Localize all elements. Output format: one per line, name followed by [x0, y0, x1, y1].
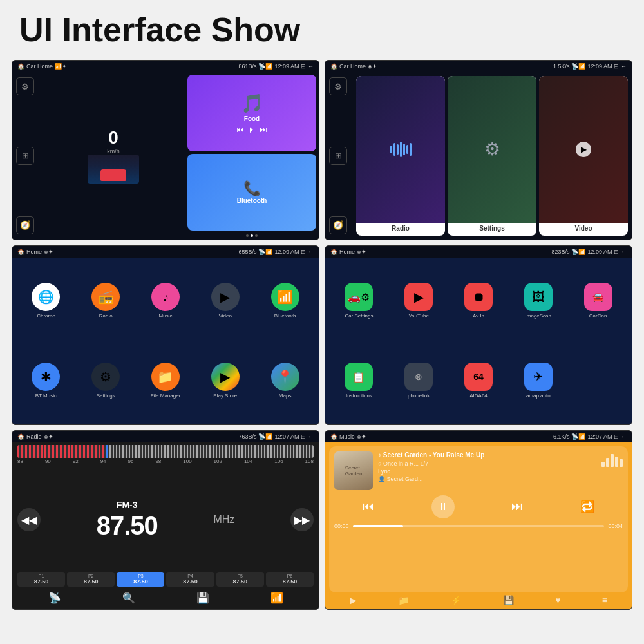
- music-heart-icon[interactable]: ♥: [555, 595, 560, 605]
- music-eq-icon[interactable]: ≡: [602, 595, 607, 605]
- status-app-name-2: Car Home: [339, 63, 366, 70]
- settings-icon-s2[interactable]: ⚙: [329, 77, 347, 95]
- app-av-in[interactable]: ⏺ Av In: [450, 263, 507, 340]
- music-controls: ⏮ ⏵ ⏭: [236, 125, 267, 134]
- video-label: Video: [219, 313, 232, 319]
- home-icon-2: 🏠: [330, 63, 337, 70]
- mc-next[interactable]: ⏭: [511, 500, 523, 513]
- nav-icon-s2[interactable]: 🧭: [329, 216, 347, 234]
- app-image-scan[interactable]: 🖼 ImageScan: [509, 263, 567, 340]
- next-btn[interactable]: ⏭: [260, 125, 267, 134]
- app-music[interactable]: ♪ Music: [137, 263, 194, 340]
- media-cards-grid: Radio ⚙ Settings ▶ Video: [355, 75, 629, 236]
- app-radio[interactable]: 📻 Radio: [77, 263, 135, 340]
- app-carcan[interactable]: 🚘 CarCan: [569, 263, 627, 340]
- rss-icon[interactable]: 📡: [48, 592, 61, 604]
- bt-music-label: BT Music: [35, 393, 57, 399]
- radio-card[interactable]: Radio: [356, 76, 445, 235]
- nav-icon-s1[interactable]: 🧭: [16, 216, 34, 234]
- app-maps[interactable]: 📍 Maps: [256, 342, 314, 419]
- app-video[interactable]: ▶ Video: [196, 263, 254, 340]
- preset-p5[interactable]: P5 87.50: [216, 572, 264, 587]
- equalizer: [601, 451, 623, 467]
- app-bt-music[interactable]: ✱ BT Music: [17, 342, 75, 419]
- fm-info: FM-3 87.50: [97, 500, 158, 540]
- signal-icons-6: 📡📶: [571, 433, 585, 440]
- extra-icons-5: ⊟ ←: [301, 433, 314, 440]
- fm-unit: MHz: [213, 514, 234, 526]
- progress-bar[interactable]: [353, 525, 605, 527]
- preset-p3[interactable]: P3 87.50: [117, 572, 164, 587]
- app-youtube[interactable]: ▶ YouTube: [390, 263, 448, 340]
- wave-bar-4: [400, 142, 402, 157]
- scale-90: 90: [45, 459, 51, 464]
- preset-p2[interactable]: P2 87.50: [67, 572, 115, 587]
- maps-label: Maps: [279, 393, 292, 399]
- app-play-store[interactable]: ▶ Play Store: [196, 342, 254, 419]
- prev-btn[interactable]: ⏮: [236, 125, 244, 134]
- music-folder-icon[interactable]: 📁: [398, 595, 409, 605]
- p1-label: P1: [39, 574, 44, 578]
- settings-card[interactable]: ⚙ Settings: [448, 76, 536, 235]
- app-settings[interactable]: ⚙ Settings: [77, 342, 135, 419]
- app-car-settings[interactable]: 🚗⚙ Car Settings: [330, 263, 388, 340]
- app-chrome[interactable]: 🌐 Chrome: [17, 263, 75, 340]
- music-play-icon[interactable]: ▶: [350, 595, 357, 605]
- carcan-icon: 🚘: [584, 283, 612, 311]
- app-aida64[interactable]: 64 AIDA64: [450, 342, 507, 419]
- bluetooth-app-card[interactable]: 📞 Bluetooth: [187, 154, 316, 231]
- video-card[interactable]: ▶ Video: [539, 76, 628, 235]
- grid-icon-s1[interactable]: ⊞: [16, 147, 34, 165]
- scale-numbers: 88 90 92 94 96 98 100 102 104 106 108: [17, 458, 314, 465]
- music-progress: 00:06 05:04: [334, 521, 623, 531]
- settings-icon-s1[interactable]: ⚙: [16, 77, 34, 95]
- eq-1: [601, 462, 605, 467]
- app-bluetooth[interactable]: 📶 Bluetooth: [256, 263, 314, 340]
- wave-bar-2: [393, 143, 395, 156]
- preset-p6[interactable]: P6 87.50: [266, 572, 314, 587]
- app-file-manager[interactable]: 📁 File Manager: [137, 342, 194, 419]
- search-icon[interactable]: 🔍: [122, 592, 135, 604]
- status-bar-3: 🏠 Home ◈✦ 655B/s 📡📶 12:09 AM ⊟ ←: [12, 246, 319, 258]
- screen-1: 🏠 Car Home 📶✦ 861B/s 📡📶 12:09 AM ⊟ ← ⚙ ⊞…: [12, 60, 319, 240]
- fm-prev-button[interactable]: ◀◀: [17, 508, 41, 531]
- instructions-icon: 📋: [345, 363, 373, 391]
- gear-icon: ⚙: [484, 138, 500, 160]
- fm-next-button[interactable]: ▶▶: [290, 508, 314, 531]
- mc-repeat[interactable]: 🔁: [580, 500, 594, 514]
- app-instructions[interactable]: 📋 Instructions: [330, 342, 388, 419]
- preset-p4[interactable]: P4 87.50: [166, 572, 214, 587]
- youtube-label: YouTube: [408, 313, 428, 319]
- food-app-card[interactable]: 🎵 Food ⏮ ⏵ ⏭: [187, 75, 316, 151]
- status-bar-1: 🏠 Car Home 📶✦ 861B/s 📡📶 12:09 AM ⊟ ←: [12, 61, 319, 72]
- p4-freq: 87.50: [183, 578, 198, 585]
- play-btn[interactable]: ⏵: [248, 125, 256, 134]
- signal-icons-2: 📡📶: [571, 63, 585, 70]
- page-indicators: [187, 234, 316, 237]
- eq-4: [615, 457, 618, 467]
- bluetooth-label-3: Bluetooth: [274, 313, 296, 319]
- app-amap[interactable]: ✈ amap auto: [509, 342, 567, 419]
- fm-channel: FM-3: [117, 500, 138, 510]
- scale-fill: [17, 445, 106, 458]
- mc-pause[interactable]: ⏸: [431, 495, 455, 518]
- grid-icon-s2[interactable]: ⊞: [329, 147, 347, 165]
- preset-p1[interactable]: P1 87.50: [17, 572, 65, 587]
- music-info-row: SecretGarden ♪ Secret Garden - You Raise…: [334, 451, 623, 490]
- app-phonelink[interactable]: ⊗ phonelink: [390, 342, 448, 419]
- music-sd-icon[interactable]: 💾: [503, 595, 514, 605]
- fm-main: ◀◀ FM-3 87.50 MHz ▶▶: [17, 468, 314, 572]
- music-usb-icon[interactable]: ⚡: [451, 595, 462, 605]
- time-total: 05:04: [608, 523, 623, 529]
- car-display: [88, 155, 139, 184]
- broadcast-icon[interactable]: 📶: [270, 592, 283, 604]
- status-icons-3: ◈✦: [44, 249, 53, 255]
- page-title: UI Interface Show: [0, 0, 644, 55]
- extra-icons-1: ⊟ ←: [301, 63, 314, 70]
- save-icon[interactable]: 💾: [196, 592, 209, 604]
- status-icons-6: ◈✦: [357, 433, 366, 440]
- music-bottom-bar: ▶ 📁 ⚡ 💾 ♥ ≡: [329, 592, 628, 605]
- mc-prev[interactable]: ⏮: [363, 500, 374, 513]
- p4-label: P4: [187, 574, 193, 578]
- settings-thumb: ⚙: [448, 76, 536, 222]
